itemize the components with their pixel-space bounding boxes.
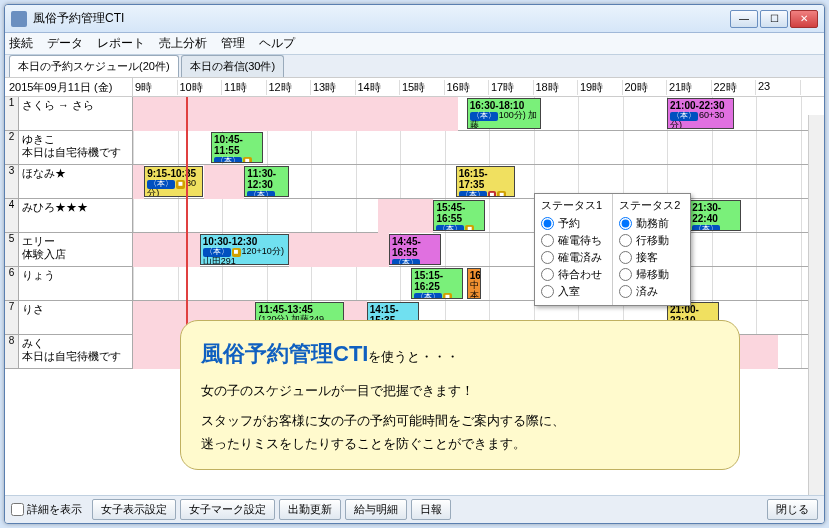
- btn-close[interactable]: 閉じる: [767, 499, 818, 520]
- hour-header-cell: 16時: [445, 80, 490, 95]
- girl-name[interactable]: りさ: [19, 301, 133, 334]
- row-number: 7: [5, 301, 19, 334]
- hour-header-cell: 9時: [133, 80, 178, 95]
- hour-header-cell: 15時: [400, 80, 445, 95]
- scrollbar-vertical[interactable]: [808, 115, 824, 495]
- row-lane[interactable]: 9:15-10:35〈本〉■80分)11:30-12:30〈本〉60分) 吉田8…: [133, 165, 824, 198]
- booking-block[interactable]: 16:3中本: [467, 268, 482, 299]
- booking-block[interactable]: 16:30-18:10〈本〉100分) 加藤709: [467, 98, 541, 129]
- tab-incoming[interactable]: 本日の着信(30件): [181, 55, 285, 77]
- minimize-button[interactable]: —: [730, 10, 758, 28]
- booking-block[interactable]: 21:30-22:40〈本〉534: [689, 200, 741, 231]
- row-lane[interactable]: 15:15-16:25〈本〉■60+10分)加藤84916:3中本: [133, 267, 824, 300]
- status-option[interactable]: 済み: [619, 284, 680, 299]
- booking-block[interactable]: 21:00-22:30〈本〉60+30分)清水1139: [667, 98, 734, 129]
- schedule-row: 1さくら → さら16:30-18:10〈本〉100分) 加藤70921:00-…: [5, 97, 824, 131]
- btn-girl-mark[interactable]: 女子マーク設定: [180, 499, 275, 520]
- hour-header-cell: 21時: [667, 80, 712, 95]
- row-number: 8: [5, 335, 19, 368]
- status2-header: ステータス2: [619, 198, 680, 213]
- hour-header-cell: 19時: [578, 80, 623, 95]
- status-context-menu[interactable]: ステータス1 予約確電待ち確電済み待合わせ入室 ステータス2 勤務前行移動接客帰…: [534, 193, 691, 306]
- row-lane[interactable]: 16:30-18:10〈本〉100分) 加藤70921:00-22:30〈本〉6…: [133, 97, 824, 130]
- row-lane[interactable]: 10:30-12:30〈本〉■120+10分) 山田29114:45-16:55…: [133, 233, 824, 266]
- schedule-row: 5エリー体験入店10:30-12:30〈本〉■120+10分) 山田29114:…: [5, 233, 824, 267]
- status-option[interactable]: 接客: [619, 250, 680, 265]
- btn-daily[interactable]: 日報: [411, 499, 451, 520]
- status-option[interactable]: 待合わせ: [541, 267, 602, 282]
- booking-block[interactable]: 10:45-11:55〈本〉■70分) 松本1135: [211, 132, 263, 163]
- booking-block[interactable]: 16:15-17:35〈本〉■■: [456, 166, 515, 197]
- btn-attendance[interactable]: 出勤更新: [279, 499, 341, 520]
- unavailable-range: [133, 97, 458, 131]
- row-number: 5: [5, 233, 19, 266]
- window-title: 風俗予約管理CTI: [33, 10, 730, 27]
- schedule-row: 6りょう15:15-16:25〈本〉■60+10分)加藤84916:3中本: [5, 267, 824, 301]
- girl-name[interactable]: みく本日は自宅待機です: [19, 335, 133, 368]
- booking-block[interactable]: 15:15-16:25〈本〉■60+10分)加藤849: [411, 268, 463, 299]
- status1-header: ステータス1: [541, 198, 602, 213]
- menu-help[interactable]: ヘルプ: [259, 35, 295, 52]
- row-number: 4: [5, 199, 19, 232]
- girl-name[interactable]: みひろ★★★: [19, 199, 133, 232]
- menubar: 接続 データ レポート 売上分析 管理 ヘルプ: [5, 33, 824, 55]
- status-option[interactable]: 確電待ち: [541, 233, 602, 248]
- booking-block[interactable]: 9:15-10:35〈本〉■80分): [144, 166, 203, 197]
- girl-name[interactable]: さくら → さら: [19, 97, 133, 130]
- hour-header-cell: 13時: [311, 80, 356, 95]
- girl-name[interactable]: りょう: [19, 267, 133, 300]
- unavailable-range: [133, 233, 200, 267]
- booking-block[interactable]: 14:45-16:55〈本〉120+10分) 加藤529: [389, 234, 441, 265]
- menu-data[interactable]: データ: [47, 35, 83, 52]
- hour-header-cell: 23: [756, 80, 801, 95]
- unavailable-range: [289, 233, 389, 267]
- row-lane[interactable]: 10:45-11:55〈本〉■70分) 松本1135: [133, 131, 824, 164]
- row-number: 6: [5, 267, 19, 300]
- row-number: 3: [5, 165, 19, 198]
- unavailable-range: [378, 199, 434, 233]
- unavailable-range: [133, 165, 144, 199]
- booking-block[interactable]: 11:30-12:30〈本〉60分) 吉田830: [244, 166, 289, 197]
- status-option[interactable]: 行移動: [619, 233, 680, 248]
- status-option[interactable]: 確電済み: [541, 250, 602, 265]
- status-option[interactable]: 入室: [541, 284, 602, 299]
- date-label: 2015年09月11日 (金): [5, 78, 133, 96]
- hour-header-cell: 11時: [222, 80, 267, 95]
- tab-schedule[interactable]: 本日の予約スケジュール(20件): [9, 55, 179, 77]
- hour-header-cell: 14時: [356, 80, 401, 95]
- row-number: 1: [5, 97, 19, 130]
- hour-header-cell: 22時: [712, 80, 757, 95]
- menu-sales[interactable]: 売上分析: [159, 35, 207, 52]
- info-callout: 風俗予約管理CTIを使うと・・・ 女の子のスケジュールが一目で把握できます！ ス…: [180, 320, 740, 470]
- date-row: 2015年09月11日 (金) 9時10時11時12時13時14時15時16時1…: [5, 77, 824, 97]
- titlebar: 風俗予約管理CTI — ☐ ✕: [5, 5, 824, 33]
- schedule-row: 3ほなみ★9:15-10:35〈本〉■80分)11:30-12:30〈本〉60分…: [5, 165, 824, 199]
- hour-header-cell: 18時: [534, 80, 579, 95]
- app-icon: [11, 11, 27, 27]
- status-option[interactable]: 帰移動: [619, 267, 680, 282]
- hour-header-cell: 20時: [623, 80, 668, 95]
- menu-manage[interactable]: 管理: [221, 35, 245, 52]
- close-button[interactable]: ✕: [790, 10, 818, 28]
- girl-name[interactable]: エリー体験入店: [19, 233, 133, 266]
- menu-connect[interactable]: 接続: [9, 35, 33, 52]
- status-option[interactable]: 予約: [541, 216, 602, 231]
- schedule-row: 2ゆきこ本日は自宅待機です10:45-11:55〈本〉■70分) 松本1135: [5, 131, 824, 165]
- schedule-row: 4みひろ★★★15:45-16:55〈本〉■60+10分) 高橋92221:30…: [5, 199, 824, 233]
- booking-block[interactable]: 15:45-16:55〈本〉■60+10分) 高橋922: [433, 200, 485, 231]
- hour-header-cell: 17時: [489, 80, 534, 95]
- girl-name[interactable]: ほなみ★: [19, 165, 133, 198]
- girl-name[interactable]: ゆきこ本日は自宅待機です: [19, 131, 133, 164]
- status-option[interactable]: 勤務前: [619, 216, 680, 231]
- unavailable-range: [204, 165, 244, 199]
- row-lane[interactable]: 15:45-16:55〈本〉■60+10分) 高橋92221:30-22:40〈…: [133, 199, 824, 232]
- menu-report[interactable]: レポート: [97, 35, 145, 52]
- btn-girl-display[interactable]: 女子表示設定: [92, 499, 176, 520]
- maximize-button[interactable]: ☐: [760, 10, 788, 28]
- booking-block[interactable]: 10:30-12:30〈本〉■120+10分) 山田291: [200, 234, 289, 265]
- btn-payroll[interactable]: 給与明細: [345, 499, 407, 520]
- hour-header-cell: 12時: [267, 80, 312, 95]
- row-number: 2: [5, 131, 19, 164]
- detail-checkbox[interactable]: 詳細を表示: [11, 502, 82, 517]
- hour-header-cell: 10時: [178, 80, 223, 95]
